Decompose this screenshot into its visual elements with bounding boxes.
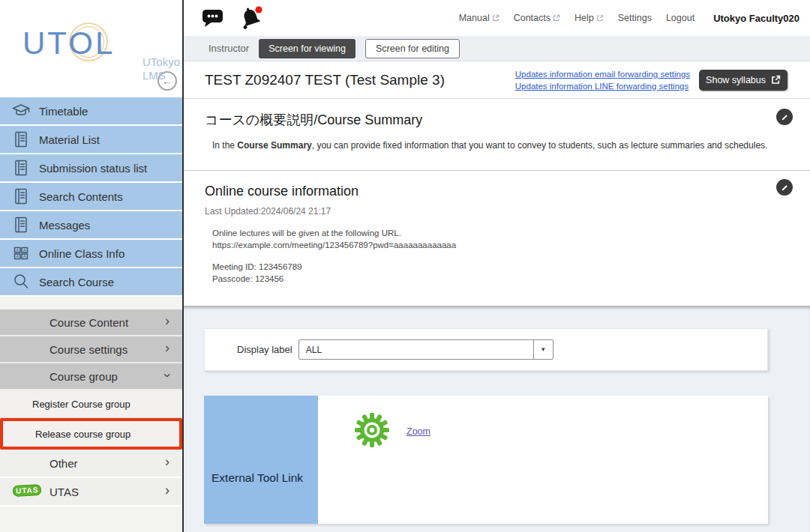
- course-summary-section: コースの概要説明/Course Summary In the Course Su…: [184, 99, 810, 171]
- chevron-down-icon: ›: [160, 373, 176, 378]
- screen-for-viewing-button[interactable]: Screen for viewing: [259, 39, 356, 58]
- external-link-icon: [596, 14, 604, 22]
- utas-logo-icon: UTAS: [13, 484, 42, 497]
- sidebar-item-other[interactable]: Other ›: [0, 450, 182, 478]
- course-summary-heading: コースの概要説明/Course Summary: [205, 99, 810, 129]
- email-forwarding-settings-link[interactable]: Updates information email forwarding set…: [515, 70, 690, 79]
- select-value: ALL: [299, 345, 533, 355]
- notification-dot: [255, 6, 262, 13]
- display-label-text: Display label: [237, 344, 292, 355]
- meeting-id: Meeting ID: 123456789: [212, 261, 810, 273]
- sidebar-item-label: UTAS: [50, 486, 79, 498]
- utol-lms-app: UTOL UTokyo LMS ← Timetable: [0, 0, 810, 532]
- passcode: Passcode: 123456: [212, 273, 810, 285]
- sidebar-item-release-course-group[interactable]: Release course group: [0, 418, 182, 450]
- chevron-right-icon: ›: [165, 313, 170, 329]
- svg-text:A: A: [16, 254, 19, 259]
- sidebar-item-label: Course Content: [50, 316, 128, 329]
- sidebar-item-utas[interactable]: UTAS UTAS ›: [0, 478, 182, 507]
- show-syllabus-label: Show syllabus: [706, 75, 766, 85]
- role-label: Instructor: [208, 43, 249, 54]
- zoom-tool-link[interactable]: Zoom: [406, 426, 430, 437]
- online-course-info-section: Online course information Last Updated:2…: [184, 171, 810, 306]
- sidebar-item-label: Course settings: [50, 343, 128, 356]
- chevron-right-icon: ›: [165, 340, 170, 356]
- notifications-bell-button[interactable]: [238, 5, 265, 34]
- external-link-icon: [771, 75, 781, 85]
- course-summary-text: In the Course Summary, you can provide f…: [212, 140, 810, 151]
- svg-text:A: A: [23, 248, 26, 253]
- sidebar-item-label: Timetable: [39, 105, 88, 118]
- logo-subtitle: UTokyo LMS: [142, 55, 180, 82]
- sidebar-item-course-content[interactable]: Course Content ›: [0, 309, 182, 336]
- logout-link[interactable]: Logout: [666, 13, 694, 23]
- utol-logo[interactable]: UTOL UTokyo LMS: [22, 25, 115, 61]
- document-icon: [11, 158, 31, 178]
- sidebar-item-label: Submission status list: [39, 162, 147, 175]
- topbar-links: Manual Contacts Help Settings Logout Uto…: [459, 0, 800, 36]
- page-title: TEST Z092407 TEST (Test Sample 3): [205, 72, 445, 88]
- svg-text:A: A: [23, 254, 26, 259]
- sidebar-item-register-course-group[interactable]: Register Course group: [0, 390, 182, 418]
- help-link[interactable]: Help: [574, 13, 604, 23]
- sidebar-item-search-contents[interactable]: Search Contents: [0, 183, 182, 211]
- chevron-right-icon: ›: [165, 454, 170, 470]
- sidebar-item-submission-status[interactable]: Submission status list: [0, 154, 182, 183]
- contacts-link[interactable]: Contacts: [514, 13, 560, 23]
- sidebar-item-label: Search Course: [39, 276, 114, 288]
- sidebar-item-label: Course group: [50, 370, 118, 383]
- meeting-url: https://example.com/meeting/123456789?pw…: [212, 239, 810, 251]
- chat-bubble-icon: [202, 8, 224, 28]
- document-icon: [11, 187, 31, 206]
- logo-title: UTOL: [22, 25, 115, 61]
- bell-icon: [238, 5, 265, 31]
- content-list-area: Display label ALL ▼ External Tool Link: [184, 306, 810, 532]
- sidebar-item-label: Other: [50, 457, 78, 470]
- username-label: Utokyo Faculty020: [713, 13, 800, 24]
- line-forwarding-settings-link[interactable]: Updates information LINE forwarding sett…: [515, 82, 688, 91]
- sidebar-item-label: Material List: [39, 133, 100, 146]
- graduation-cap-icon: [11, 101, 31, 121]
- forwarding-links: Updates information email forwarding set…: [515, 70, 690, 91]
- sidebar-item-label: Messages: [39, 219, 90, 232]
- display-label-filter-card: Display label ALL ▼: [204, 328, 768, 371]
- pencil-icon: [780, 183, 790, 193]
- sidebar: UTOL UTokyo LMS ← Timetable: [0, 0, 182, 532]
- sidebar-item-timetable[interactable]: Timetable: [0, 97, 182, 126]
- sidebar-item-course-group[interactable]: Course group ›: [0, 363, 182, 390]
- topbar: Manual Contacts Help Settings Logout Uto…: [184, 0, 810, 36]
- sidebar-item-search-course[interactable]: Search Course: [0, 268, 182, 297]
- edit-course-summary-button[interactable]: [776, 109, 793, 125]
- class-grid-icon: A A A A: [11, 244, 31, 263]
- settings-link[interactable]: Settings: [618, 13, 652, 23]
- edit-online-info-button[interactable]: [776, 179, 793, 196]
- display-label-select[interactable]: ALL ▼: [298, 339, 554, 360]
- sidebar-item-label: Release course group: [35, 429, 130, 440]
- dropdown-arrow-icon: ▼: [533, 340, 553, 359]
- svg-text:A: A: [16, 248, 19, 253]
- sidebar-divider: [0, 297, 182, 309]
- last-updated-label: Last Updated:2024/06/24 21:17: [205, 206, 810, 217]
- messages-bubble-button[interactable]: [202, 8, 224, 31]
- manual-link[interactable]: Manual: [459, 13, 500, 23]
- sidebar-item-course-settings[interactable]: Course settings ›: [0, 336, 182, 363]
- course-title-bar: TEST Z092407 TEST (Test Sample 3) Update…: [184, 61, 810, 99]
- external-tool-link-label: External Tool Link: [212, 471, 303, 485]
- sidebar-item-label: Register Course group: [32, 399, 130, 410]
- search-icon: [11, 272, 31, 291]
- sidebar-item-online-class-info[interactable]: A A A A Online Class Info: [0, 240, 182, 268]
- sidebar-item-material-list[interactable]: Material List: [0, 126, 182, 154]
- screen-for-editing-button[interactable]: Screen for editing: [365, 39, 460, 58]
- chevron-right-icon: ›: [165, 483, 170, 498]
- show-syllabus-button[interactable]: Show syllabus: [699, 70, 788, 91]
- external-link-icon: [492, 14, 500, 22]
- sidebar-item-label: Online Class Info: [39, 247, 124, 260]
- sidebar-item-messages[interactable]: Messages: [0, 211, 182, 240]
- gear-icon: [354, 412, 390, 448]
- external-tool-link-row: External Tool Link: [204, 396, 768, 524]
- document-icon: [11, 215, 31, 235]
- pencil-icon: [780, 112, 790, 122]
- online-info-body: Online lectures will be given at the fol…: [212, 227, 810, 285]
- external-link-icon: [553, 14, 560, 22]
- document-icon: [11, 130, 31, 149]
